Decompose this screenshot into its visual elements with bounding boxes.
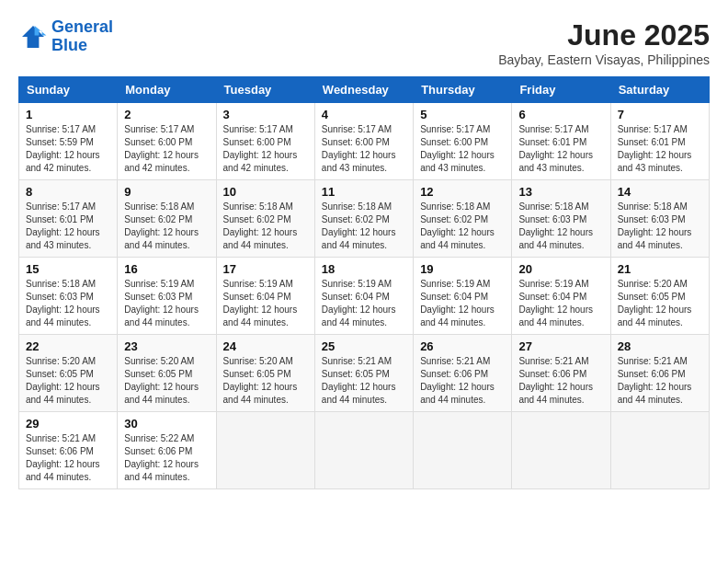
calendar-week-row: 8Sunrise: 5:17 AMSunset: 6:01 PMDaylight…	[19, 180, 710, 258]
calendar-cell: 11Sunrise: 5:18 AMSunset: 6:02 PMDayligh…	[314, 180, 413, 258]
calendar-cell: 12Sunrise: 5:18 AMSunset: 6:02 PMDayligh…	[414, 180, 512, 258]
day-info: Sunrise: 5:21 AMSunset: 6:06 PMDaylight:…	[26, 432, 110, 484]
day-info: Sunrise: 5:17 AMSunset: 6:01 PMDaylight:…	[618, 123, 702, 175]
day-number: 13	[518, 185, 603, 199]
calendar-cell: 7Sunrise: 5:17 AMSunset: 6:01 PMDaylight…	[610, 103, 709, 180]
day-info: Sunrise: 5:17 AMSunset: 6:00 PMDaylight:…	[420, 123, 505, 175]
calendar-cell: 30Sunrise: 5:22 AMSunset: 6:06 PMDayligh…	[118, 412, 216, 489]
day-number: 2	[124, 108, 209, 121]
calendar-cell: 28Sunrise: 5:21 AMSunset: 6:06 PMDayligh…	[610, 335, 709, 412]
day-number: 29	[26, 417, 110, 431]
day-info: Sunrise: 5:17 AMSunset: 6:00 PMDaylight:…	[124, 123, 209, 175]
column-header-monday: Monday	[118, 77, 216, 103]
column-header-sunday: Sunday	[19, 77, 118, 103]
calendar-cell: 16Sunrise: 5:19 AMSunset: 6:03 PMDayligh…	[118, 258, 216, 335]
day-info: Sunrise: 5:21 AMSunset: 6:06 PMDaylight:…	[618, 355, 702, 407]
day-info: Sunrise: 5:18 AMSunset: 6:02 PMDaylight:…	[322, 201, 406, 252]
day-number: 19	[420, 262, 505, 276]
calendar-cell: 3Sunrise: 5:17 AMSunset: 6:00 PMDaylight…	[216, 103, 314, 180]
calendar-table: SundayMondayTuesdayWednesdayThursdayFrid…	[18, 76, 710, 489]
column-header-saturday: Saturday	[610, 77, 709, 103]
calendar-week-row: 15Sunrise: 5:18 AMSunset: 6:03 PMDayligh…	[19, 258, 710, 335]
day-number: 4	[322, 108, 406, 121]
day-info: Sunrise: 5:20 AMSunset: 6:05 PMDaylight:…	[124, 355, 209, 407]
day-info: Sunrise: 5:20 AMSunset: 6:05 PMDaylight:…	[223, 355, 308, 407]
day-number: 17	[223, 262, 308, 276]
calendar-cell: 24Sunrise: 5:20 AMSunset: 6:05 PMDayligh…	[216, 335, 314, 412]
calendar-cell	[314, 412, 413, 489]
title-block: June 2025 Baybay, Eastern Visayas, Phili…	[498, 18, 710, 67]
day-info: Sunrise: 5:17 AMSunset: 5:59 PMDaylight:…	[26, 123, 110, 175]
calendar-cell	[610, 412, 709, 489]
calendar-cell: 9Sunrise: 5:18 AMSunset: 6:02 PMDaylight…	[118, 180, 216, 258]
day-number: 12	[420, 185, 505, 199]
page-header: General Blue June 2025 Baybay, Eastern V…	[18, 18, 710, 67]
calendar-cell: 5Sunrise: 5:17 AMSunset: 6:00 PMDaylight…	[414, 103, 512, 180]
calendar-cell: 1Sunrise: 5:17 AMSunset: 5:59 PMDaylight…	[19, 103, 118, 180]
calendar-cell: 8Sunrise: 5:17 AMSunset: 6:01 PMDaylight…	[19, 180, 118, 258]
day-number: 5	[420, 108, 505, 121]
calendar-cell: 21Sunrise: 5:20 AMSunset: 6:05 PMDayligh…	[610, 258, 709, 335]
calendar-cell: 14Sunrise: 5:18 AMSunset: 6:03 PMDayligh…	[610, 180, 709, 258]
day-number: 8	[26, 185, 110, 199]
calendar-cell: 18Sunrise: 5:19 AMSunset: 6:04 PMDayligh…	[314, 258, 413, 335]
calendar-week-row: 29Sunrise: 5:21 AMSunset: 6:06 PMDayligh…	[19, 412, 710, 489]
column-header-wednesday: Wednesday	[314, 77, 413, 103]
day-number: 30	[124, 417, 209, 431]
calendar-cell: 10Sunrise: 5:18 AMSunset: 6:02 PMDayligh…	[216, 180, 314, 258]
calendar-week-row: 1Sunrise: 5:17 AMSunset: 5:59 PMDaylight…	[19, 103, 710, 180]
day-info: Sunrise: 5:18 AMSunset: 6:02 PMDaylight:…	[420, 201, 505, 252]
day-number: 22	[26, 339, 110, 353]
day-number: 3	[223, 108, 308, 121]
day-info: Sunrise: 5:20 AMSunset: 6:05 PMDaylight:…	[618, 278, 702, 329]
day-info: Sunrise: 5:18 AMSunset: 6:03 PMDaylight:…	[618, 201, 702, 252]
day-info: Sunrise: 5:22 AMSunset: 6:06 PMDaylight:…	[124, 432, 209, 484]
calendar-cell	[216, 412, 314, 489]
day-info: Sunrise: 5:19 AMSunset: 6:04 PMDaylight:…	[322, 278, 406, 329]
logo: General Blue	[18, 18, 113, 55]
day-number: 11	[322, 185, 406, 199]
logo-text: General Blue	[51, 18, 113, 55]
day-number: 27	[518, 339, 603, 353]
day-info: Sunrise: 5:18 AMSunset: 6:02 PMDaylight:…	[124, 201, 209, 252]
calendar-cell: 19Sunrise: 5:19 AMSunset: 6:04 PMDayligh…	[414, 258, 512, 335]
svg-marker-0	[22, 26, 44, 48]
calendar-cell: 23Sunrise: 5:20 AMSunset: 6:05 PMDayligh…	[118, 335, 216, 412]
day-number: 20	[518, 262, 603, 276]
calendar-cell: 6Sunrise: 5:17 AMSunset: 6:01 PMDaylight…	[512, 103, 610, 180]
month-year-title: June 2025	[498, 18, 710, 52]
day-number: 23	[124, 339, 209, 353]
day-number: 18	[322, 262, 406, 276]
column-header-tuesday: Tuesday	[216, 77, 314, 103]
day-info: Sunrise: 5:21 AMSunset: 6:06 PMDaylight:…	[420, 355, 505, 407]
day-info: Sunrise: 5:20 AMSunset: 6:05 PMDaylight:…	[26, 355, 110, 407]
day-number: 1	[26, 108, 110, 121]
column-header-thursday: Thursday	[414, 77, 512, 103]
calendar-cell	[512, 412, 610, 489]
calendar-cell: 26Sunrise: 5:21 AMSunset: 6:06 PMDayligh…	[414, 335, 512, 412]
calendar-cell: 29Sunrise: 5:21 AMSunset: 6:06 PMDayligh…	[19, 412, 118, 489]
day-number: 25	[322, 339, 406, 353]
day-number: 16	[124, 262, 209, 276]
calendar-cell: 27Sunrise: 5:21 AMSunset: 6:06 PMDayligh…	[512, 335, 610, 412]
calendar-cell: 15Sunrise: 5:18 AMSunset: 6:03 PMDayligh…	[19, 258, 118, 335]
day-number: 6	[518, 108, 603, 121]
day-number: 26	[420, 339, 505, 353]
day-info: Sunrise: 5:17 AMSunset: 6:01 PMDaylight:…	[518, 123, 603, 175]
calendar-cell: 22Sunrise: 5:20 AMSunset: 6:05 PMDayligh…	[19, 335, 118, 412]
day-info: Sunrise: 5:18 AMSunset: 6:02 PMDaylight:…	[223, 201, 308, 252]
location-subtitle: Baybay, Eastern Visayas, Philippines	[498, 52, 710, 67]
calendar-cell: 17Sunrise: 5:19 AMSunset: 6:04 PMDayligh…	[216, 258, 314, 335]
calendar-cell: 2Sunrise: 5:17 AMSunset: 6:00 PMDaylight…	[118, 103, 216, 180]
calendar-header-row: SundayMondayTuesdayWednesdayThursdayFrid…	[19, 77, 710, 103]
day-info: Sunrise: 5:18 AMSunset: 6:03 PMDaylight:…	[518, 201, 603, 252]
day-info: Sunrise: 5:17 AMSunset: 6:00 PMDaylight:…	[223, 123, 308, 175]
calendar-cell	[414, 412, 512, 489]
day-info: Sunrise: 5:21 AMSunset: 6:06 PMDaylight:…	[518, 355, 603, 407]
day-number: 9	[124, 185, 209, 199]
day-info: Sunrise: 5:19 AMSunset: 6:04 PMDaylight:…	[518, 278, 603, 329]
column-header-friday: Friday	[512, 77, 610, 103]
day-info: Sunrise: 5:19 AMSunset: 6:04 PMDaylight:…	[420, 278, 505, 329]
day-number: 28	[618, 339, 702, 353]
day-info: Sunrise: 5:19 AMSunset: 6:04 PMDaylight:…	[223, 278, 308, 329]
